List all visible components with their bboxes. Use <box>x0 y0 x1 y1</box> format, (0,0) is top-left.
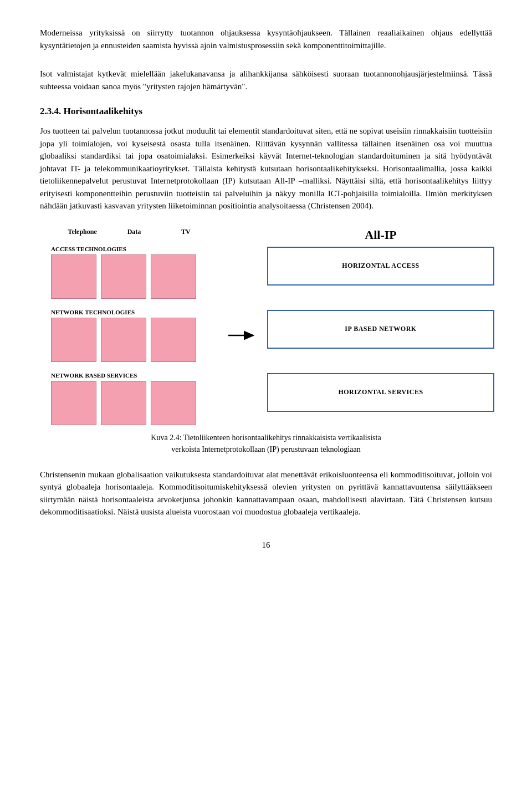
arrow-icon <box>226 327 259 344</box>
pink-bar-services-data <box>101 381 146 425</box>
left-row-label-3: NETWORK BASED SERVICES <box>51 372 217 379</box>
pink-bar-network-tv <box>151 318 196 362</box>
right-box-horizontal-services: HORIZONTAL SERVICES <box>267 373 494 412</box>
pink-bar-access-data <box>101 254 146 299</box>
paragraph-4: Christensenin mukaan globalisaation vaik… <box>40 468 492 518</box>
pink-bar-access-tv <box>151 254 196 299</box>
caption-line1: Kuva 2.4: Tietoliikenteen horisontaalike… <box>151 434 381 442</box>
caption-line2: verkoista Internetprotokollaan (IP) peru… <box>171 445 360 453</box>
section-heading: 2.3.4. Horisontaalikehitys <box>40 106 492 117</box>
paragraph-3: Jos tuotteen tai palvelun tuotannossa jo… <box>40 125 492 212</box>
diagram: Telephone Data TV All-IP ACCESS TECHNOLO… <box>40 228 494 425</box>
all-ip-label: All-IP <box>365 228 396 242</box>
left-row-label-1: ACCESS TECHNOLOGIES <box>51 246 217 252</box>
col-label-data: Data <box>111 228 157 242</box>
paragraph-1: Moderneissa yrityksissä on siirrytty tuo… <box>40 27 492 52</box>
pink-bar-services-telephone <box>51 381 96 425</box>
figure-caption: Kuva 2.4: Tietoliikenteen horisontaalike… <box>66 432 466 455</box>
right-box-ip-network: IP BASED NETWORK <box>267 310 494 349</box>
col-label-tv: TV <box>163 228 208 242</box>
paragraph-2: Isot valmistajat kytkevät mielellään jak… <box>40 68 492 93</box>
pink-bar-access-telephone <box>51 254 96 299</box>
col-label-telephone: Telephone <box>60 228 105 242</box>
pink-bar-network-data <box>101 318 146 362</box>
left-row-label-2: NETWORK TECHNOLOGIES <box>51 309 217 315</box>
page-number: 16 <box>40 541 492 550</box>
pink-bar-network-telephone <box>51 318 96 362</box>
pink-bar-services-tv <box>151 381 196 425</box>
right-box-horizontal-access: HORIZONTAL ACCESS <box>267 247 494 286</box>
